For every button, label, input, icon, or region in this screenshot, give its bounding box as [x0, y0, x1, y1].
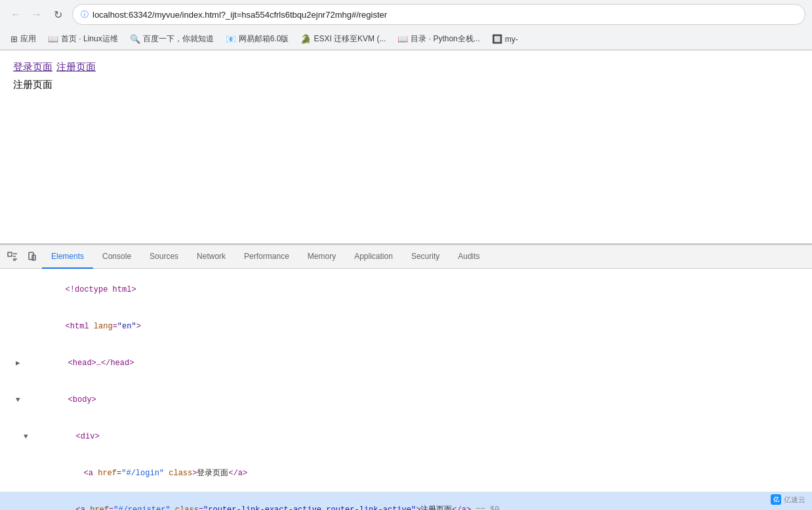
page-heading: 注册页面	[13, 79, 799, 91]
back-button[interactable]: ←	[7, 5, 25, 24]
devtools-inspect-btn[interactable]	[3, 247, 22, 267]
bookmark-baidu-label: 百度一下，你就知道	[143, 33, 214, 45]
register-link[interactable]: 注册页面	[56, 61, 96, 73]
tab-audits[interactable]: Audits	[449, 245, 489, 269]
bookmark-esxi-label: ESXI 迁移至KVM (...	[314, 33, 386, 45]
bookmark-baidu[interactable]: 🔍 百度一下，你就知道	[125, 31, 219, 47]
bookmark-python-label: 目录 · Python全栈...	[411, 33, 479, 45]
svg-rect-1	[29, 252, 33, 260]
tab-elements[interactable]: Elements	[42, 245, 93, 269]
code-line-doctype[interactable]: <!doctype html>	[0, 271, 812, 308]
bookmark-esxi[interactable]: 🐊 ESXI 迁移至KVM (...	[295, 31, 391, 47]
code-line-html[interactable]: <html lang="en">	[0, 308, 812, 345]
baidu-icon: 🔍	[130, 34, 140, 44]
bookmarks-bar: ⊞ 应用 📖 首页 · Linux运维 🔍 百度一下，你就知道 📧 网易邮箱6.…	[0, 29, 812, 50]
watermark-icon: 亿	[771, 494, 781, 505]
expand-icon-html	[16, 321, 28, 332]
tab-memory[interactable]: Memory	[298, 245, 345, 269]
svg-rect-0	[8, 252, 12, 256]
devtools-elements-content[interactable]: <!doctype html> <html lang="en"> ▶ <head…	[0, 269, 812, 510]
browser-chrome: ← → ↻ ⓘ localhost:63342/myvue/index.html…	[0, 0, 812, 50]
code-line-body[interactable]: ▼ <body>	[0, 382, 812, 418]
code-line-div[interactable]: ▼ <div>	[0, 418, 812, 455]
refresh-button[interactable]: ↻	[49, 5, 67, 24]
devtools-tabs: Elements Console Sources Network Perform…	[0, 245, 812, 269]
login-link[interactable]: 登录页面	[13, 61, 52, 73]
bookmark-my-label: my-	[505, 35, 518, 44]
address-bar[interactable]: ⓘ localhost:63342/myvue/index.html?_ijt=…	[72, 4, 805, 25]
tab-sources[interactable]: Sources	[140, 245, 188, 269]
bookmark-mail-label: 网易邮箱6.0版	[239, 33, 289, 45]
bookmark-mail[interactable]: 📧 网易邮箱6.0版	[220, 31, 294, 47]
expand-icon-div: ▼	[24, 431, 35, 442]
tab-network[interactable]: Network	[188, 245, 235, 269]
my-icon: 🔲	[492, 34, 502, 44]
forward-button[interactable]: →	[28, 5, 46, 24]
esxi-icon: 🐊	[300, 34, 311, 44]
expand-icon-head: ▶	[16, 357, 28, 369]
apps-icon: ⊞	[10, 34, 18, 44]
nav-buttons: ← → ↻	[7, 5, 67, 24]
bookmark-linux-label: 首页 · Linux运维	[61, 33, 118, 45]
no-expand-a-login	[31, 467, 43, 479]
tab-performance[interactable]: Performance	[235, 245, 298, 269]
page-content: 登录页面 注册页面 注册页面	[0, 50, 812, 244]
expand-icon-doctype	[16, 284, 28, 296]
bookmark-apps-label: 应用	[20, 33, 36, 45]
bookmark-my[interactable]: 🔲 my-	[487, 32, 523, 46]
devtools-panel: Elements Console Sources Network Perform…	[0, 244, 812, 510]
devtools-mobile-btn[interactable]	[22, 247, 42, 267]
watermark: 亿 亿速云	[771, 494, 805, 505]
browser-toolbar: ← → ↻ ⓘ localhost:63342/myvue/index.html…	[0, 0, 812, 29]
bookmark-python[interactable]: 📖 目录 · Python全栈...	[392, 31, 485, 47]
address-text: localhost:63342/myvue/index.html?_ijt=hs…	[92, 10, 797, 20]
python-icon: 📖	[397, 34, 408, 44]
tab-security[interactable]: Security	[402, 245, 449, 269]
watermark-text: 亿速云	[784, 495, 805, 505]
mail-icon: 📧	[226, 34, 236, 44]
ellipsis-icon: ...	[4, 504, 17, 510]
bookmark-apps[interactable]: ⊞ 应用	[5, 31, 41, 47]
tab-application[interactable]: Application	[345, 245, 402, 269]
expand-icon-body: ▼	[16, 394, 28, 406]
secure-icon: ⓘ	[81, 9, 89, 20]
code-line-head[interactable]: ▶ <head>…</head>	[0, 345, 812, 382]
linux-icon: 📖	[48, 34, 58, 44]
page-links: 登录页面 注册页面	[13, 61, 799, 73]
code-line-a-register[interactable]: ... <a href="#/register" class="router-l…	[0, 492, 812, 510]
code-line-a-login[interactable]: <a href="#/login" class>登录页面</a>	[0, 455, 812, 492]
tab-console[interactable]: Console	[93, 245, 140, 269]
bookmark-linux[interactable]: 📖 首页 · Linux运维	[43, 31, 123, 47]
